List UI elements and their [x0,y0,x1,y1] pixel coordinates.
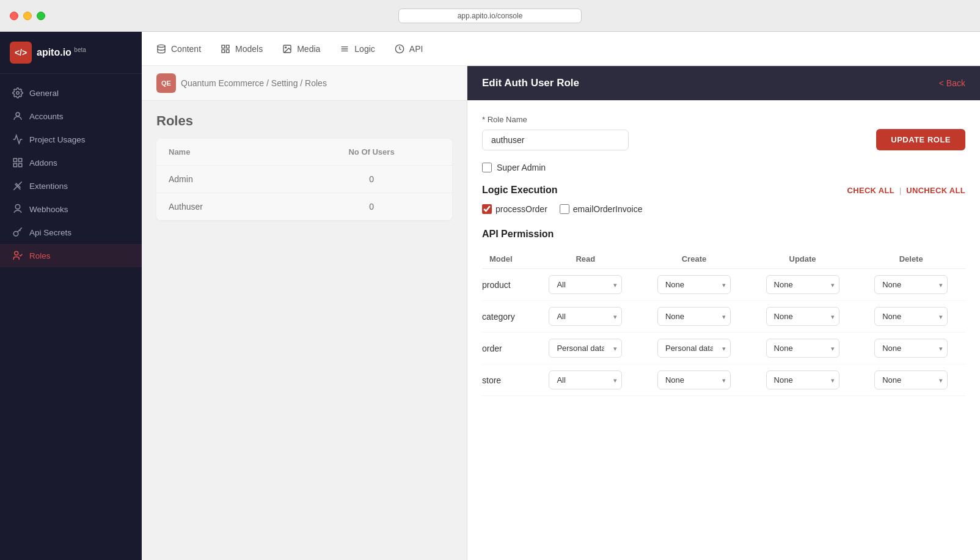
permission-row: orderAllNonePersonal dataOwn▾AllNonePers… [482,333,965,364]
processorder-label: processOrder [495,204,547,214]
svg-rect-2 [13,158,16,161]
perm-select-create-category[interactable]: AllNonePersonal dataOwn [657,307,731,326]
svg-rect-5 [13,164,16,167]
perm-select-update-category[interactable]: AllNonePersonal dataOwn [766,307,839,326]
permission-row: productAllNonePersonal dataOwn▾AllNonePe… [482,269,965,301]
perm-select-delete-order[interactable]: AllNonePersonal dataOwn [874,339,948,358]
check-divider: | [899,186,901,195]
nav-item-logic[interactable]: Logic [340,42,375,56]
select-wrapper-create: AllNonePersonal dataOwn▾ [657,307,731,326]
svg-point-8 [158,45,165,47]
svg-rect-9 [222,45,225,48]
select-wrapper-delete: AllNonePersonal dataOwn▾ [874,275,948,294]
sidebar-item-project-usages[interactable]: Project Usages [0,128,142,151]
logic-items: processOrder emailOrderInvoice [482,204,965,214]
select-wrapper-update: AllNonePersonal dataOwn▾ [766,370,839,389]
table-container: Name No Of Users Admin 0 Authuser [142,139,467,221]
close-button[interactable] [10,12,18,20]
perm-select-delete-product[interactable]: AllNonePersonal dataOwn [874,275,948,294]
perm-select-update-store[interactable]: AllNonePersonal dataOwn [766,370,839,389]
sidebar-item-roles[interactable]: Roles [0,244,142,267]
minimize-button[interactable] [23,12,32,20]
content-split: QE Quantum Ecommerce / Setting / Roles R… [142,66,980,560]
nav-label-media: Media [297,44,320,54]
panel-body: * Role Name UPDATE ROLE Super Admin [467,100,980,560]
image-icon [282,44,292,54]
emailorderinvoice-checkbox[interactable] [560,204,569,214]
select-wrapper-update: AllNonePersonal dataOwn▾ [766,307,839,326]
perm-select-update-order[interactable]: AllNonePersonal dataOwn [766,339,839,358]
perm-select-read-category[interactable]: AllNonePersonal dataOwn [549,307,622,326]
super-admin-row: Super Admin [482,163,965,172]
check-all-link[interactable]: CHECK ALL [847,186,894,195]
nav-label-models: Models [235,44,263,54]
svg-rect-11 [222,50,225,53]
top-nav: Content Models Media Logic API [142,32,980,66]
perm-select-read-product[interactable]: AllNonePersonal dataOwn [549,275,622,294]
addons-icon [12,157,23,168]
table-row[interactable]: Admin 0 [156,166,452,193]
role-name-input[interactable] [482,130,629,150]
sidebar-item-webhooks[interactable]: Webhooks [0,197,142,221]
back-button[interactable]: < Back [939,78,965,88]
app-container: </> apito.io beta General Accounts Proje… [0,32,980,560]
super-admin-checkbox[interactable] [482,163,492,172]
svg-rect-3 [19,158,22,161]
fx-icon [340,44,349,54]
webhook-icon [12,204,23,215]
perm-select-create-store[interactable]: AllNonePersonal dataOwn [657,370,731,389]
svg-rect-4 [19,164,22,167]
sidebar: </> apito.io beta General Accounts Proje… [0,32,142,560]
uncheck-all-link[interactable]: UNCHECK ALL [906,186,965,195]
nav-item-api[interactable]: API [395,42,423,56]
nav-item-models[interactable]: Models [221,42,263,56]
window-chrome: app.apito.io/console [0,0,980,32]
logic-execution-title: Logic Execution [482,185,558,196]
right-panel: Edit Auth User Role < Back * Role Name U… [467,66,980,560]
model-cell: category [482,301,532,333]
chart-icon [12,134,23,145]
sidebar-item-general[interactable]: General [0,81,142,105]
perm-col-update: Update [748,249,857,269]
api-permission-title: API Permission [482,229,965,240]
sidebar-item-api-secrets[interactable]: Api Secrets [0,221,142,244]
perm-select-read-store[interactable]: AllNonePersonal dataOwn [549,370,622,389]
page-title: Roles [156,113,452,129]
perm-select-read-order[interactable]: AllNonePersonal dataOwn [549,339,622,358]
row-name-admin: Admin [156,166,291,193]
update-role-button[interactable]: UPDATE ROLE [876,129,965,150]
nav-label-content: Content [171,44,201,54]
perm-select-create-order[interactable]: AllNonePersonal dataOwn [657,339,731,358]
gear-icon [12,87,23,98]
perm-select-delete-category[interactable]: AllNonePersonal dataOwn [874,307,948,326]
perm-select-create-product[interactable]: AllNonePersonal dataOwn [657,275,731,294]
model-cell: store [482,364,532,396]
svg-point-6 [13,232,18,237]
perm-col-delete: Delete [857,249,965,269]
sidebar-item-accounts[interactable]: Accounts [0,105,142,128]
select-wrapper-create: AllNonePersonal dataOwn▾ [657,370,731,389]
perm-select-delete-store[interactable]: AllNonePersonal dataOwn [874,370,948,389]
perm-select-update-product[interactable]: AllNonePersonal dataOwn [766,275,839,294]
table-row[interactable]: Authuser 0 [156,193,452,221]
row-name-authuser: Authuser [156,193,291,221]
sidebar-label-project-usages: Project Usages [29,135,86,144]
select-wrapper-update: AllNonePersonal dataOwn▾ [766,339,839,358]
key-icon [12,227,23,238]
breadcrumb-bar: QE Quantum Ecommerce / Setting / Roles [142,66,467,101]
nav-item-content[interactable]: Content [156,42,201,56]
nav-item-media[interactable]: Media [282,42,320,56]
breadcrumb-badge: QE [156,73,176,93]
select-wrapper-read: AllNonePersonal dataOwn▾ [549,275,622,294]
permission-table: Model Read Create Update Delete productA… [482,249,965,396]
sidebar-item-extentions[interactable]: Extentions [0,174,142,197]
model-cell: product [482,269,532,301]
sidebar-item-addons[interactable]: Addons [0,151,142,174]
svg-point-1 [16,112,20,116]
perm-col-read: Read [532,249,640,269]
address-bar[interactable]: app.apito.io/console [398,9,582,23]
maximize-button[interactable] [37,12,45,20]
roles-table: Name No Of Users Admin 0 Authuser [156,139,452,221]
processorder-checkbox[interactable] [482,204,492,214]
sidebar-label-webhooks: Webhooks [29,205,68,214]
